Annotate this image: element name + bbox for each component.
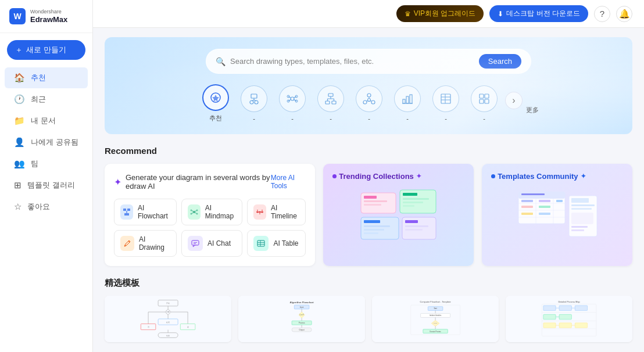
template-card-1[interactable]: 开始 判断 否 是	[105, 296, 231, 342]
category-recommend[interactable]: 추천	[198, 84, 233, 123]
table-icon	[253, 236, 269, 251]
category-barchart[interactable]: -	[390, 85, 425, 122]
template-card-3[interactable]: Computer Flowchart - Template Start Init…	[372, 296, 499, 342]
notification-button[interactable]: 🔔	[616, 6, 632, 22]
recommend-section: Recommend ✦ Generate your diagram in sev…	[105, 146, 632, 266]
desktop-download-button[interactable]: ⬇ 데스크탑 버전 다운로드	[489, 5, 588, 22]
ai-timeline-button[interactable]: AI Timeline	[247, 199, 306, 225]
svg-text:Detailed Process Map: Detailed Process Map	[558, 301, 579, 303]
search-button[interactable]: Search	[479, 54, 521, 69]
content-area: 🔍 Search 추천 -	[93, 28, 644, 352]
vip-label: VIP회원 업그레이드	[414, 9, 476, 19]
svg-text:是: 是	[187, 326, 189, 328]
sparkle-icon-community: ✦	[581, 173, 586, 180]
star-icon: ☆	[14, 202, 22, 212]
main-area: ♛ VIP회원 업그레이드 ⬇ 데스크탑 버전 다운로드 ? 🔔 🔍 Searc…	[93, 0, 644, 352]
category-mindmap-icon	[279, 85, 306, 112]
svg-rect-2	[251, 94, 257, 98]
new-button[interactable]: ＋ 새로 만들기	[7, 40, 85, 60]
svg-text:Algorithm Flowchart: Algorithm Flowchart	[289, 301, 314, 304]
category-mindmap[interactable]: -	[275, 85, 310, 122]
trending-dot	[332, 174, 337, 178]
clock-icon: 🕐	[14, 94, 25, 105]
sidebar-item-team[interactable]: 👥 팀	[5, 153, 88, 174]
svg-rect-166	[543, 314, 556, 319]
help-button[interactable]: ?	[594, 6, 610, 22]
ai-chat-button[interactable]: AI Chat	[181, 230, 242, 257]
ai-flowchart-label: AI Flowchart	[138, 204, 170, 220]
category-label-grid: -	[483, 115, 485, 122]
svg-rect-101	[521, 206, 533, 208]
svg-point-47	[193, 211, 195, 213]
sidebar-item-shared[interactable]: 👤 나에게 공유됨	[5, 132, 88, 153]
sidebar-item-templates[interactable]: ⊞ 템플릿 갤러리	[5, 175, 88, 196]
community-title: Templates Community	[498, 172, 578, 181]
ai-flowchart-button[interactable]: AI Flowchart	[114, 199, 177, 225]
svg-text:开始: 开始	[166, 303, 170, 305]
category-grid[interactable]: -	[467, 85, 502, 122]
home-icon: 🏠	[14, 73, 25, 83]
svg-point-24	[367, 94, 371, 97]
svg-rect-82	[364, 220, 380, 223]
sidebar-item-my-docs[interactable]: 📁 내 문서	[5, 110, 88, 131]
more-categories-button[interactable]: ›	[505, 92, 523, 109]
ai-drawing-label: AI Drawing	[139, 235, 170, 252]
trending-collections-card[interactable]: Trending Collections ✦	[323, 164, 474, 266]
svg-rect-87	[405, 220, 418, 223]
svg-point-3	[250, 100, 253, 104]
svg-rect-163	[575, 306, 587, 311]
svg-point-57	[257, 211, 259, 213]
svg-point-0	[211, 93, 220, 102]
svg-rect-35	[441, 94, 450, 103]
svg-rect-85	[364, 232, 378, 234]
svg-point-13	[287, 95, 289, 98]
template-preview-3: Computer Flowchart - Template Start Init…	[372, 296, 499, 342]
svg-rect-18	[325, 101, 330, 104]
category-label-mindmap: -	[291, 115, 294, 122]
more-ai-tools-link[interactable]: More AI Tools	[271, 174, 306, 190]
ai-mindmap-button[interactable]: AI Mindmap	[181, 199, 242, 225]
category-orgchart[interactable]: -	[313, 85, 348, 122]
svg-text:结束: 结束	[166, 335, 170, 337]
category-network[interactable]: -	[352, 85, 387, 122]
template-card-2[interactable]: Algorithm Flowchart Input Cond? Process	[238, 296, 365, 342]
sidebar-item-recent[interactable]: 🕐 최근	[5, 89, 88, 110]
folder-icon: 📁	[14, 116, 25, 126]
hero-section: 🔍 Search 추천 -	[105, 37, 632, 134]
svg-text:Input: Input	[300, 306, 304, 308]
svg-rect-92	[521, 193, 545, 195]
svg-point-59	[262, 211, 263, 213]
grid-icon: ⊞	[14, 180, 22, 191]
category-table[interactable]: -	[428, 85, 463, 122]
sidebar-label-my-docs: 내 문서	[31, 116, 56, 126]
svg-rect-42	[485, 99, 489, 103]
svg-rect-88	[405, 225, 428, 227]
sidebar: W Wondershare EdrawMax ＋ 새로 만들기 🏠 추천 🕐 최…	[0, 0, 93, 352]
vip-upgrade-button[interactable]: ♛ VIP회원 업그레이드	[396, 5, 484, 22]
svg-line-6	[252, 100, 254, 101]
svg-rect-68	[257, 240, 264, 246]
svg-point-4	[255, 100, 258, 104]
svg-line-7	[254, 100, 256, 101]
search-input[interactable]	[230, 57, 474, 66]
bell-icon: 🔔	[619, 9, 630, 19]
svg-rect-108	[571, 208, 592, 210]
sidebar-item-recommend[interactable]: 🏠 추천	[5, 67, 88, 88]
svg-rect-162	[559, 306, 571, 311]
community-dot	[491, 174, 495, 178]
more-categories-label: 更多	[526, 106, 539, 114]
ai-drawing-button[interactable]: AI Drawing	[114, 230, 177, 257]
template-card-4[interactable]: Detailed Process Map	[506, 296, 632, 342]
svg-point-50	[196, 210, 198, 211]
svg-rect-78	[403, 198, 429, 200]
ai-tools-card: ✦ Generate your diagram in several words…	[105, 164, 315, 266]
ai-table-button[interactable]: AI Table	[247, 230, 306, 257]
category-flowchart[interactable]: -	[237, 85, 271, 122]
sidebar-item-favorites[interactable]: ☆ 좋아요	[5, 196, 88, 217]
svg-point-15	[295, 95, 298, 98]
ai-card-title: ✦ Generate your diagram in several words…	[114, 173, 271, 191]
category-table-icon	[432, 85, 459, 112]
featured-title: 精选模板	[105, 278, 632, 289]
templates-community-card[interactable]: Templates Community ✦	[482, 164, 632, 266]
recommend-grid: ✦ Generate your diagram in several words…	[105, 164, 632, 266]
